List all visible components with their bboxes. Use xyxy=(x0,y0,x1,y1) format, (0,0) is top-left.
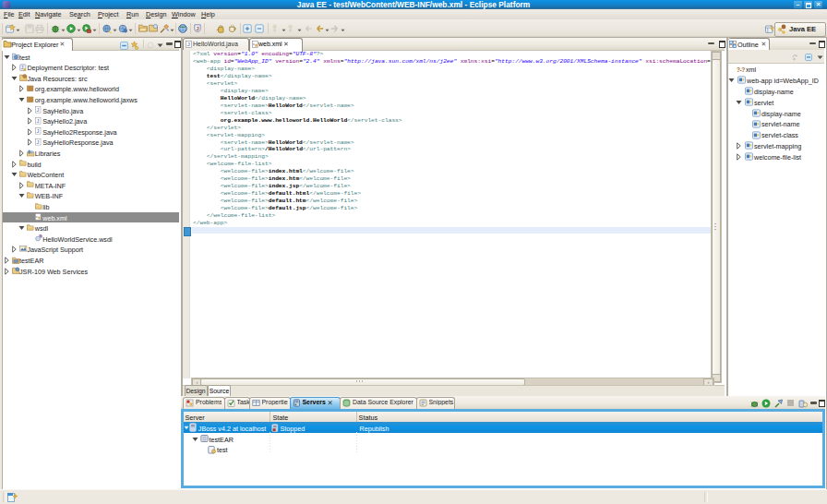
svg-text:J: J xyxy=(186,42,189,47)
svg-text:J: J xyxy=(196,25,199,31)
svg-text:x: x xyxy=(35,215,37,219)
svg-text:x: x xyxy=(253,41,255,45)
